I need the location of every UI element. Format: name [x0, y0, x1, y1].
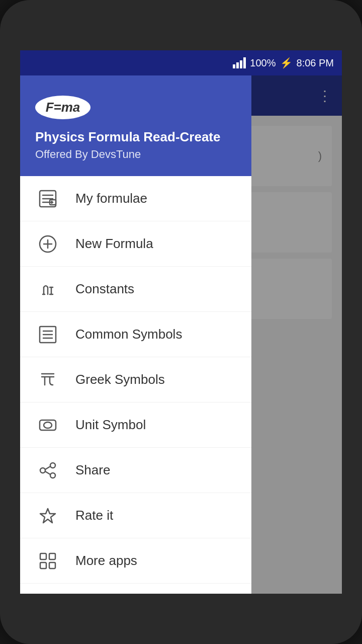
menu-item-unit-symbol[interactable]: Unit Symbol	[20, 403, 251, 448]
phone-frame: 100% ⚡ 8:06 PM ead-Cr... ⋮ )	[0, 0, 362, 644]
svg-rect-33	[40, 562, 46, 569]
add-circle-icon	[35, 231, 60, 257]
svg-point-25	[50, 463, 55, 468]
menu-item-constants[interactable]: Constants	[20, 267, 251, 312]
drawer-logo-circle: F=ma	[35, 96, 90, 119]
drawer-header: F=ma Physics Formula Read-Create Offered…	[20, 75, 251, 176]
pi-icon	[35, 367, 60, 392]
constants-icon	[35, 277, 60, 302]
battery-text: 100%	[250, 57, 276, 69]
screen-content: ead-Cr... ⋮ ) F=ma	[20, 75, 342, 594]
menu-label-rate-it: Rate it	[75, 508, 113, 523]
nav-drawer: F=ma Physics Formula Read-Create Offered…	[20, 75, 251, 594]
menu-label-more-apps: More apps	[75, 553, 137, 569]
svg-rect-34	[49, 562, 55, 569]
menu-item-greek-symbols[interactable]: Greek Symbols	[20, 357, 251, 403]
drawer-app-name: Physics Formula Read-Create	[35, 129, 236, 145]
svg-point-27	[50, 473, 55, 478]
svg-line-29	[45, 471, 50, 474]
phone-screen: 100% ⚡ 8:06 PM ead-Cr... ⋮ )	[20, 50, 342, 594]
svg-marker-30	[40, 509, 55, 523]
charging-icon: ⚡	[280, 57, 293, 69]
formula-icon	[35, 186, 60, 211]
menu-item-my-formulae[interactable]: My formulae	[20, 176, 251, 221]
menu-item-share[interactable]: Share	[20, 448, 251, 493]
menu-label-share: Share	[75, 462, 110, 478]
svg-line-28	[45, 466, 50, 469]
menu-label-unit-symbol: Unit Symbol	[75, 417, 146, 433]
svg-point-26	[40, 468, 45, 473]
menu-item-rate-it[interactable]: Rate it	[20, 493, 251, 538]
unit-icon	[35, 413, 60, 438]
menu-item-common-symbols[interactable]: Common Symbols	[20, 312, 251, 357]
star-icon	[35, 503, 60, 528]
signal-icon	[233, 57, 246, 68]
status-bar: 100% ⚡ 8:06 PM	[20, 50, 342, 75]
drawer-app-subtitle: Offered By DevsTune	[35, 148, 236, 161]
svg-rect-31	[40, 553, 46, 559]
drawer-logo-text: F=ma	[46, 100, 80, 115]
menu-label-common-symbols: Common Symbols	[75, 327, 182, 342]
menu-item-new-formula[interactable]: New Formula	[20, 221, 251, 267]
menu-label-constants: Constants	[75, 281, 134, 297]
share-icon	[35, 458, 60, 483]
menu-label-greek-symbols: Greek Symbols	[75, 372, 165, 387]
menu-item-more-apps[interactable]: More apps	[20, 538, 251, 584]
drawer-menu: My formulae New Formula	[20, 176, 251, 594]
apps-icon	[35, 548, 60, 574]
menu-item-about[interactable]: About	[20, 584, 251, 594]
info-icon	[35, 594, 60, 594]
menu-label-new-formula: New Formula	[75, 236, 153, 252]
status-icons: 100% ⚡ 8:06 PM	[233, 57, 334, 69]
svg-point-24	[44, 422, 52, 428]
svg-rect-32	[49, 553, 55, 559]
menu-label-my-formulae: My formulae	[75, 191, 147, 206]
time-display: 8:06 PM	[297, 57, 334, 69]
list-icon	[35, 322, 60, 347]
